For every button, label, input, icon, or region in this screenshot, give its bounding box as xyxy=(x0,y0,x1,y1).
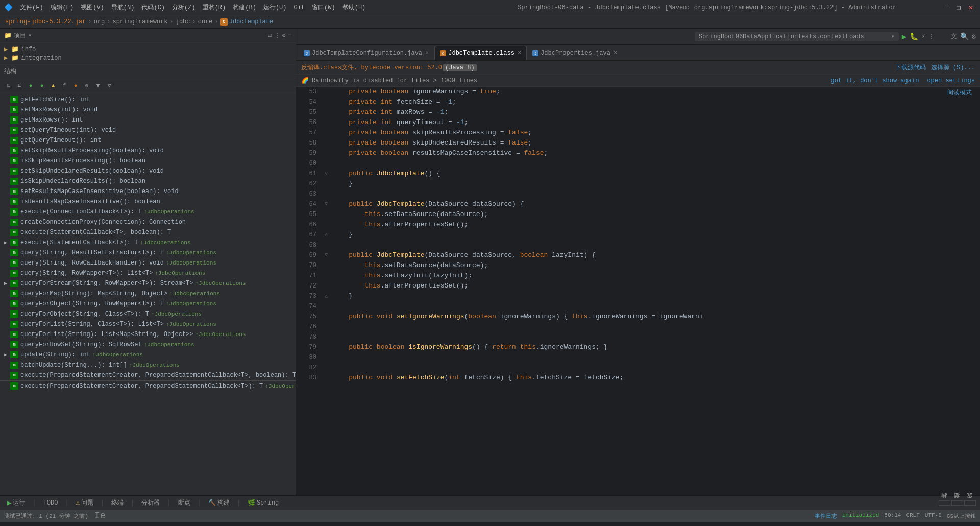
read-mode-button[interactable]: 阅读模式 xyxy=(944,87,975,99)
tree-item-info[interactable]: ▶ 📁 info xyxy=(4,45,291,54)
code-editor[interactable]: 阅读模式 53 private boolean ignoreWarnings =… xyxy=(296,87,980,495)
project-settings-icon[interactable]: ⚙ xyxy=(282,32,286,39)
struct-item-14[interactable]: ▶ m execute(StatementCallback<T>): T ↑Jd… xyxy=(0,237,296,248)
breadcrumb-core[interactable]: core xyxy=(198,18,213,26)
struct-item-24[interactable]: m queryForRowSet(String): SqlRowSet ↑Jdb… xyxy=(0,340,296,350)
struct-icon-5[interactable]: ▲ xyxy=(48,81,58,91)
struct-item-15[interactable]: m query(String, ResultSetExtractor<T>): … xyxy=(0,248,296,258)
project-sync-icon[interactable]: ⇄ xyxy=(268,32,272,39)
structure-list[interactable]: m getFetchSize(): int m setMaxRows(int):… xyxy=(0,93,296,495)
menu-file[interactable]: 文件(F) xyxy=(17,2,46,13)
maximize-button[interactable]: ❐ xyxy=(953,3,964,13)
struct-item-12[interactable]: m createConnectionProxy(Connection): Con… xyxy=(0,217,296,227)
struct-item-6[interactable]: m isSkipResultsProcessing(): boolean xyxy=(0,156,296,166)
breadcrumb-springframework[interactable]: springframework xyxy=(112,18,167,26)
struct-icon-9[interactable]: ▼ xyxy=(93,81,103,91)
struct-icon-6[interactable]: f xyxy=(59,81,69,91)
menu-edit[interactable]: 编辑(E) xyxy=(47,2,77,13)
run-icon[interactable]: ▶ xyxy=(902,32,907,42)
struct-icon-3[interactable]: ● xyxy=(26,81,36,91)
struct-item-28[interactable]: m execute(PreparedStatementCreator, Prep… xyxy=(0,380,296,391)
event-log[interactable]: 事件日志 xyxy=(815,512,837,520)
run-with-coverage-icon[interactable]: ⚡ xyxy=(921,33,925,40)
fold-icon-67[interactable]: △ xyxy=(325,230,328,240)
tab-jdbctemplate[interactable]: C JdbcTemplate.class × xyxy=(434,46,527,60)
tree-item-integration[interactable]: ▶ 📁 integration xyxy=(4,54,291,62)
struct-item-26[interactable]: m batchUpdate(String...): int[] ↑JdbcOpe… xyxy=(0,360,296,370)
struct-item-10[interactable]: m isResultsMapCaseInsensitive(): boolean xyxy=(0,197,296,207)
tab-close-config[interactable]: × xyxy=(425,50,429,57)
breakpoints-button[interactable]: 断点 xyxy=(175,497,193,508)
project-expand-icon[interactable]: ⋮ xyxy=(274,32,280,39)
choose-source-link[interactable]: 选择源 (S)... xyxy=(931,63,975,72)
tab-close-props[interactable]: × xyxy=(614,50,617,57)
window-controls[interactable]: — ❐ ✕ xyxy=(941,3,976,13)
spring-button[interactable]: 🌿 Spring xyxy=(244,498,282,508)
struct-item-16[interactable]: m query(String, RowCallbackHandler): voi… xyxy=(0,258,296,268)
run-button[interactable]: ▶ 运行 xyxy=(4,497,28,508)
struct-icon-10[interactable]: ▽ xyxy=(104,81,114,91)
run-config-dropdown[interactable]: ▾ xyxy=(891,33,894,40)
menu-build[interactable]: 构建(B) xyxy=(230,2,259,13)
menu-help[interactable]: 帮助(H) xyxy=(339,2,369,13)
struct-item-1[interactable]: m setMaxRows(int): void xyxy=(0,105,296,115)
fold-icon-69[interactable]: ▽ xyxy=(325,250,328,260)
struct-item-22[interactable]: m queryForList(String, Class<T>): List<T… xyxy=(0,319,296,329)
struct-item-2[interactable]: m getMaxRows(): int xyxy=(0,115,296,125)
breadcrumb-class[interactable]: C JdbcTemplate xyxy=(220,18,273,26)
struct-item-17[interactable]: m query(String, RowMapper<T>): List<T> ↑… xyxy=(0,268,296,278)
struct-item-0[interactable]: m getFetchSize(): int xyxy=(0,94,296,105)
side-tab-docs[interactable]: 文档 xyxy=(951,500,963,506)
fold-icon-64[interactable]: ▽ xyxy=(325,199,328,209)
rainbow-open-settings[interactable]: open settings xyxy=(927,77,975,84)
menu-refactor[interactable]: 重构(R) xyxy=(200,2,229,13)
struct-item-5[interactable]: m setSkipResultsProcessing(boolean): voi… xyxy=(0,146,296,156)
struct-item-7[interactable]: m setSkipUndeclaredResults(boolean): voi… xyxy=(0,166,296,176)
struct-item-13[interactable]: m execute(StatementCallback<T>, boolean)… xyxy=(0,227,296,237)
download-source-link[interactable]: 下载源代码 xyxy=(895,63,926,72)
breadcrumb-jdbc[interactable]: jdbc xyxy=(176,18,190,26)
todo-button[interactable]: TODO xyxy=(40,498,61,508)
menu-analyze[interactable]: 分析(Z) xyxy=(169,2,199,13)
problems-button[interactable]: ⚠ 问题 xyxy=(73,497,96,508)
struct-item-20[interactable]: m queryForObject(String, RowMapper<T>): … xyxy=(0,299,296,309)
struct-icon-8[interactable]: ⊕ xyxy=(82,81,92,91)
fold-icon-73[interactable]: △ xyxy=(325,291,328,301)
tab-jdbctemplateconfig[interactable]: J JdbcTemplateConfiguration.java × xyxy=(298,46,434,60)
struct-item-21[interactable]: m queryForObject(String, Class<T>): T ↑J… xyxy=(0,309,296,319)
struct-item-4[interactable]: m getQueryTimeout(): int xyxy=(0,135,296,146)
minimize-button[interactable]: — xyxy=(941,3,951,13)
struct-icon-7[interactable]: ● xyxy=(70,81,81,91)
search-icon[interactable]: 🔍 xyxy=(960,32,969,41)
rainbow-got-it[interactable]: got it, don't show again xyxy=(831,77,919,84)
menu-code[interactable]: 代码(C) xyxy=(138,2,168,13)
struct-icon-2[interactable]: ⇆ xyxy=(14,81,24,91)
settings-icon[interactable]: ⚙ xyxy=(972,32,976,41)
terminal-button[interactable]: 终端 xyxy=(108,497,127,508)
struct-item-23[interactable]: m queryForList(String): List<Map<String,… xyxy=(0,329,296,340)
side-tab-translate[interactable]: 汉化 xyxy=(964,500,976,506)
menu-bar[interactable]: 文件(F) 编辑(E) 视图(V) 导航(N) 代码(C) 分析(Z) 重构(R… xyxy=(17,2,369,13)
menu-run[interactable]: 运行(U) xyxy=(260,2,290,13)
file-encoding[interactable]: UTF-8 xyxy=(925,512,942,520)
struct-item-27[interactable]: m execute(PreparedStatementCreator, Prep… xyxy=(0,370,296,380)
more-run-options[interactable]: ⋮ xyxy=(928,33,935,40)
line-ending[interactable]: CRLF xyxy=(906,512,919,520)
menu-view[interactable]: 视图(V) xyxy=(78,2,107,13)
struct-item-25[interactable]: ▶ m update(String): int ↑JdbcOperations xyxy=(0,350,296,360)
side-tab-structure[interactable]: 结构 xyxy=(939,500,950,506)
tab-jdbcproperties[interactable]: J JdbcProperties.java × xyxy=(527,46,623,60)
struct-item-8[interactable]: m isSkipUndeclaredResults(): boolean xyxy=(0,176,296,186)
breadcrumb-org[interactable]: org xyxy=(94,18,105,26)
struct-icon-4[interactable]: ● xyxy=(37,81,47,91)
breadcrumb-jar[interactable]: spring-jdbc-5.3.22.jar xyxy=(5,18,86,26)
struct-item-9[interactable]: m setResultsMapCaseInsensitive(boolean):… xyxy=(0,186,296,197)
profiler-button[interactable]: 分析器 xyxy=(138,497,163,508)
menu-window[interactable]: 窗口(W) xyxy=(309,2,338,13)
project-dropdown-icon[interactable]: ▾ xyxy=(28,32,32,39)
debug-icon[interactable]: 🐛 xyxy=(910,32,918,41)
menu-navigate[interactable]: 导航(N) xyxy=(108,2,138,13)
fold-icon-61[interactable]: ▽ xyxy=(325,169,328,179)
project-minimize-icon[interactable]: − xyxy=(288,32,291,39)
translate-icon[interactable]: 文 xyxy=(951,32,957,41)
